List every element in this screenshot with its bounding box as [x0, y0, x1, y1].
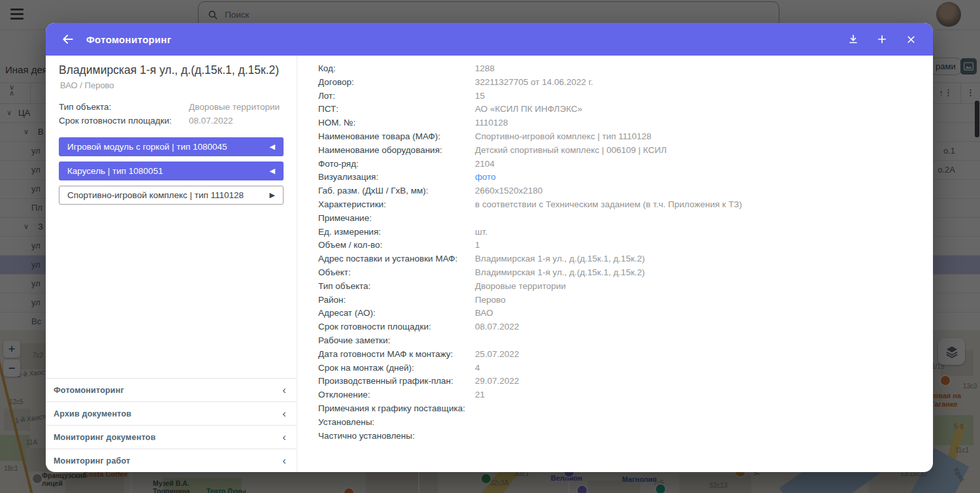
- detail-row: Установлены:: [318, 416, 917, 430]
- detail-value: 1110128: [475, 116, 508, 130]
- equipment-label: Спортивно-игровой комплекс | тип 1110128: [67, 190, 244, 200]
- detail-value: в соответствии с Техническим заданием (в…: [475, 198, 742, 212]
- accordion-item[interactable]: Мониторинг работ ‹: [46, 449, 297, 472]
- detail-row: НОМ. №: 1110128: [318, 116, 917, 130]
- accordion-label: Архив документов: [54, 409, 131, 418]
- triangle-icon: ◀: [270, 167, 275, 175]
- accordion-label: Мониторинг работ: [54, 456, 130, 466]
- arrow-left-icon: [61, 33, 74, 46]
- detail-value: Детский спортивный комплекс | 006109 | К…: [475, 144, 666, 158]
- detail-label: Ед. измерения:: [318, 226, 475, 239]
- object-address: Владимирская 1-я ул., д.(д.15к.1, д.15к.…: [59, 63, 284, 77]
- detail-row: Тип объекта: Дворовые территории: [318, 280, 917, 294]
- detail-label: Установлены:: [318, 416, 475, 430]
- equipment-button[interactable]: Карусель | тип 1080051 ◀: [59, 162, 284, 180]
- equipment-button[interactable]: Игровой модуль с горкой | тип 1080045 ◀: [59, 137, 284, 156]
- detail-row: Производственный график-план: 29.07.2022: [318, 375, 917, 388]
- detail-row: Объем / кол-во: 1: [318, 239, 917, 252]
- photomonitoring-modal: Фотомониторинг: [46, 23, 933, 472]
- detail-value: 29.07.2022: [475, 375, 519, 388]
- detail-row: Габ. разм. (ДхШ / ГхВ, мм): 2660х1520х21…: [318, 184, 917, 198]
- equipment-button[interactable]: Спортивно-игровой комплекс | тип 1110128…: [59, 186, 284, 205]
- meta-row: Срок готовности площадки: 08.07.2022: [59, 114, 284, 128]
- detail-label: Тип объекта:: [318, 280, 475, 294]
- detail-row: Рабочие заметки:: [318, 334, 917, 348]
- detail-value: Владимирская 1-я ул., д.(д.15к.1, д.15к.…: [475, 252, 645, 266]
- accordion-label: Фотомониторинг: [54, 386, 124, 395]
- detail-row: Примечание:: [318, 212, 917, 226]
- detail-value: Дворовые территории: [475, 280, 566, 294]
- detail-value: 1288: [475, 62, 495, 76]
- plus-icon: [876, 33, 888, 45]
- meta-value: 08.07.2022: [189, 114, 233, 128]
- detail-label: Отклонение:: [318, 388, 475, 402]
- detail-label: Район:: [318, 294, 475, 307]
- download-icon: [847, 33, 859, 45]
- detail-value: Владимирская 1-я ул., д.(д.15к.1, д.15к.…: [475, 266, 645, 280]
- meta-label: Тип объекта:: [59, 100, 189, 114]
- detail-value: 32211327705 от 14.06.2022 г.: [475, 76, 593, 90]
- detail-row: Адресат (АО): ВАО: [318, 307, 917, 320]
- detail-row: Договор: 32211327705 от 14.06.2022 г.: [318, 76, 917, 90]
- detail-label: Примечание:: [318, 212, 475, 226]
- equipment-label: Карусель | тип 1080051: [67, 166, 163, 176]
- app-window: Поиск Иная дея рами ∨∧ ↑ ⋮ ⋮ ∨ ЦА: [0, 0, 980, 493]
- accordion-item[interactable]: Мониторинг документов ‹: [46, 425, 297, 449]
- meta-value: Дворовые территории: [189, 100, 280, 114]
- detail-value: 25.07.2022: [475, 348, 519, 362]
- modal-header: Фотомониторинг: [46, 23, 933, 56]
- chevron-left-icon: ‹: [282, 408, 286, 419]
- detail-label: Срок готовности площадки:: [318, 320, 475, 334]
- detail-label: Договор:: [318, 76, 475, 90]
- detail-row: Объект: Владимирская 1-я ул., д.(д.15к.1…: [318, 266, 917, 280]
- detail-label: Частично установлены:: [318, 430, 475, 443]
- detail-label: НОМ. №:: [318, 116, 475, 130]
- detail-row: Адрес поставки и установки МАФ: Владимир…: [318, 252, 917, 266]
- close-button[interactable]: [902, 30, 920, 48]
- detail-row: Срок готовности площадки: 08.07.2022: [318, 320, 917, 334]
- detail-value: шт.: [475, 226, 487, 239]
- detail-label: Фото-ряд:: [318, 158, 475, 171]
- detail-value: 2104: [475, 158, 495, 171]
- detail-label: Объект:: [318, 266, 475, 280]
- detail-row: Срок на монтаж (дней): 4: [318, 362, 917, 375]
- detail-row: Частично установлены:: [318, 430, 917, 443]
- accordion-item[interactable]: Архив документов ‹: [46, 401, 297, 425]
- meta-label: Срок готовности площадки:: [59, 114, 189, 128]
- detail-label: ПСТ:: [318, 103, 475, 116]
- detail-row: ПСТ: АО «КСИЛ ПК ИНФЛЭКС»: [318, 103, 917, 116]
- detail-label: Габ. разм. (ДхШ / ГхВ, мм):: [318, 184, 475, 198]
- detail-label: Адрес поставки и установки МАФ:: [318, 252, 475, 266]
- chevron-left-icon: ‹: [282, 384, 286, 396]
- detail-row: Ед. измерения: шт.: [318, 226, 917, 239]
- detail-row: Код: 1288: [318, 62, 917, 76]
- detail-value: ВАО: [475, 307, 493, 320]
- detail-row: Лот: 15: [318, 90, 917, 103]
- detail-label: Лот:: [318, 90, 475, 103]
- detail-label: Наименование товара (МАФ):: [318, 130, 475, 144]
- spacer: [46, 210, 297, 378]
- detail-row: Наименование оборудования: Детский спорт…: [318, 144, 917, 158]
- detail-row: Отклонение: 21: [318, 388, 917, 402]
- meta-row: Тип объекта: Дворовые территории: [59, 100, 284, 114]
- detail-label: Срок на монтаж (дней):: [318, 362, 475, 375]
- modal-body: Владимирская 1-я ул., д.(д.15к.1, д.15к.…: [46, 56, 933, 472]
- accordion-item[interactable]: Фотомониторинг ‹: [46, 378, 297, 401]
- detail-row: Наименование товара (МАФ): Спортивно-игр…: [318, 130, 917, 144]
- detail-label: Адресат (АО):: [318, 307, 475, 320]
- detail-row: Характеристики: в соответствии с Техниче…: [318, 198, 917, 212]
- object-meta: Тип объекта: Дворовые территории Срок го…: [59, 100, 284, 128]
- detail-value: 2660х1520х2180: [475, 184, 543, 198]
- download-button[interactable]: [844, 30, 862, 48]
- detail-label: Рабочие заметки:: [318, 334, 475, 348]
- add-button[interactable]: [873, 30, 891, 48]
- detail-value: 21: [475, 388, 485, 402]
- detail-value: Спортивно-игровой комплекс | тип 1110128: [475, 130, 651, 144]
- object-area: ВАО / Перово: [60, 80, 282, 90]
- detail-row: Дата готовности МАФ к монтажу: 25.07.202…: [318, 348, 917, 362]
- equipment-label: Игровой модуль с горкой | тип 1080045: [67, 142, 227, 152]
- back-button[interactable]: [59, 30, 77, 48]
- detail-label: Производственный график-план:: [318, 375, 475, 388]
- close-icon: [906, 34, 917, 45]
- detail-row: Визуализация: фото: [318, 171, 917, 184]
